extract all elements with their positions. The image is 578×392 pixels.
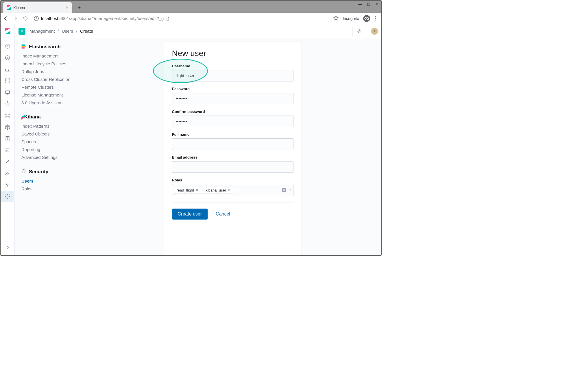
breadcrumb: Management / Users / Create <box>29 29 93 34</box>
browser-menu-icon[interactable] <box>374 16 377 21</box>
kibana-header: D Management / Users / Create e <box>1 24 381 38</box>
rail-discover-icon[interactable] <box>1 52 14 64</box>
window-controls: — ◻ ✕ <box>358 2 379 6</box>
roles-combobox[interactable]: read_flight ✕ kibana_user ✕ ✕ <box>172 184 293 196</box>
rail-visualize-icon[interactable] <box>1 64 14 75</box>
side-nav-rail <box>1 38 14 255</box>
url-text: localhost:5601/app/kibana#/management/se… <box>41 16 169 21</box>
rail-logs-icon[interactable] <box>1 133 14 144</box>
full-name-input[interactable] <box>172 138 293 150</box>
create-user-button[interactable]: Create user <box>172 209 208 220</box>
email-input[interactable] <box>172 161 293 173</box>
email-label: Email address <box>172 155 293 159</box>
tab-close-icon[interactable]: ✕ <box>65 5 69 10</box>
nav-back-button[interactable] <box>3 16 9 21</box>
reload-button[interactable] <box>23 16 28 21</box>
mgmt-link-ccr[interactable]: Cross Cluster Replication <box>21 77 82 82</box>
confirm-password-label: Confirm password <box>172 109 293 114</box>
mgmt-link-advanced-settings[interactable]: Advanced Settings <box>21 155 82 160</box>
bookmark-star-icon[interactable] <box>333 15 339 21</box>
rail-dev-tools-icon[interactable] <box>1 168 14 179</box>
rail-canvas-icon[interactable] <box>1 87 14 98</box>
mgmt-section-kibana: Kibana Index Patterns Saved Objects Spac… <box>21 114 82 160</box>
username-input[interactable] <box>172 70 293 81</box>
confirm-password-input[interactable] <box>172 116 293 127</box>
form-divider <box>172 202 293 203</box>
shield-icon <box>21 169 26 175</box>
management-sidebar: Elasticsearch Index Management Index Lif… <box>14 38 84 255</box>
breadcrumb-users[interactable]: Users <box>62 29 73 34</box>
new-tab-button[interactable]: + <box>75 3 83 12</box>
mgmt-link-remote-clusters[interactable]: Remote Clusters <box>21 84 82 90</box>
svg-point-12 <box>7 115 8 116</box>
url-bar[interactable]: i localhost:5601/app/kibana#/management/… <box>32 16 329 21</box>
rail-ml-icon[interactable] <box>1 110 14 121</box>
full-name-label: Full name <box>172 132 293 137</box>
mgmt-link-index-patterns[interactable]: Index Patterns <box>21 123 82 129</box>
mgmt-link-users[interactable]: Users <box>21 178 82 184</box>
site-info-icon[interactable]: i <box>34 16 39 21</box>
mgmt-link-upgrade[interactable]: 8.0 Upgrade Assistant <box>21 100 82 105</box>
breadcrumb-management[interactable]: Management <box>29 29 55 34</box>
mgmt-link-reporting[interactable]: Reporting <box>21 147 82 152</box>
rail-monitoring-icon[interactable] <box>1 179 14 191</box>
mgmt-link-rollup[interactable]: Rollup Jobs <box>21 69 82 74</box>
window-close-icon[interactable]: ✕ <box>376 2 379 6</box>
mgmt-link-ilm[interactable]: Index Lifecycle Policies <box>21 61 82 66</box>
browser-window: Kibana ✕ + — ◻ ✕ i localhost:5601/app/ki… <box>0 0 382 256</box>
browser-tab-strip: Kibana ✕ + — ◻ ✕ <box>1 1 381 13</box>
mgmt-section-title: Elasticsearch <box>29 44 61 50</box>
rail-apm-icon[interactable] <box>1 144 14 156</box>
mgmt-section-elasticsearch: Elasticsearch Index Management Index Lif… <box>21 44 82 105</box>
browser-toolbar: i localhost:5601/app/kibana#/management/… <box>1 13 381 24</box>
mgmt-link-index-management[interactable]: Index Management <box>21 53 82 59</box>
content-area: New user Username Password Confirm passw… <box>84 38 381 255</box>
browser-tab-active[interactable]: Kibana ✕ <box>3 2 72 13</box>
rail-infrastructure-icon[interactable] <box>1 121 14 133</box>
tab-title: Kibana <box>13 5 63 10</box>
svg-point-11 <box>7 103 8 104</box>
newsfeed-icon[interactable] <box>352 27 361 36</box>
main-area: Elasticsearch Index Management Index Lif… <box>1 38 381 255</box>
window-maximize-icon[interactable]: ◻ <box>367 2 370 6</box>
kibana-logo[interactable] <box>1 24 14 38</box>
mgmt-section-title: Security <box>29 169 48 175</box>
svg-rect-10 <box>5 91 9 93</box>
role-pill-label: read_flight <box>177 188 194 192</box>
remove-role-icon[interactable]: ✕ <box>228 188 231 192</box>
mgmt-section-title: Kibana <box>24 114 41 120</box>
rail-uptime-icon[interactable] <box>1 156 14 168</box>
clear-roles-icon[interactable]: ✕ <box>282 188 286 192</box>
remove-role-icon[interactable]: ✕ <box>196 188 199 192</box>
password-input[interactable] <box>172 93 293 104</box>
nav-forward-button[interactable] <box>13 16 19 21</box>
rail-management-icon[interactable] <box>1 191 14 202</box>
svg-rect-7 <box>8 79 10 80</box>
rail-expand-icon[interactable] <box>1 241 14 253</box>
rail-recent-icon[interactable] <box>1 40 14 52</box>
role-pill: kibana_user ✕ <box>203 187 233 194</box>
roles-label: Roles <box>172 178 293 182</box>
svg-point-3 <box>359 30 360 32</box>
window-minimize-icon[interactable]: — <box>358 2 362 6</box>
incognito-icon[interactable] <box>363 15 370 22</box>
username-label: Username <box>172 64 293 68</box>
space-selector[interactable]: D <box>19 28 25 35</box>
mgmt-link-roles[interactable]: Roles <box>21 186 82 192</box>
incognito-label: Incognito <box>343 16 359 21</box>
chevron-down-icon[interactable] <box>288 188 291 192</box>
mgmt-link-license[interactable]: License Management <box>21 92 82 98</box>
cancel-button[interactable]: Cancel <box>216 211 230 217</box>
mgmt-link-saved-objects[interactable]: Saved Objects <box>21 131 82 137</box>
role-pill: read_flight ✕ <box>174 187 202 194</box>
user-avatar[interactable]: e <box>371 28 378 35</box>
page-title: New user <box>172 49 293 58</box>
mgmt-link-spaces[interactable]: Spaces <box>21 139 82 144</box>
svg-point-1 <box>367 18 369 20</box>
breadcrumb-create: Create <box>80 29 93 34</box>
kibana-favicon <box>6 5 11 10</box>
rail-maps-icon[interactable] <box>1 98 14 110</box>
rail-dashboard-icon[interactable] <box>1 75 14 87</box>
new-user-form-panel: New user Username Password Confirm passw… <box>164 42 302 255</box>
svg-rect-6 <box>5 79 7 81</box>
